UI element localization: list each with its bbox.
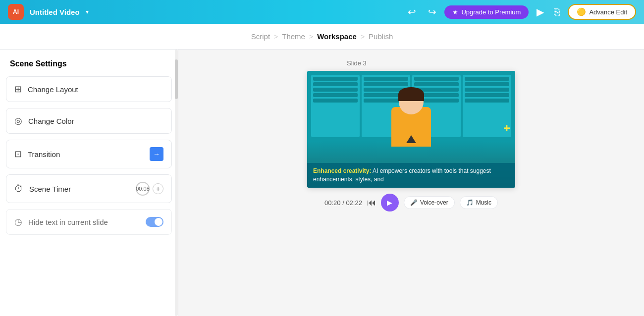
upgrade-star-icon: ★ [452, 8, 458, 16]
video-preview: + Enhanced creativity: AI empowers creat… [307, 71, 515, 188]
change-layout-button[interactable]: ⊞ Change Layout [6, 76, 172, 102]
change-color-button[interactable]: ◎ Change Color [6, 108, 172, 134]
nav-publish[interactable]: Publish [369, 32, 393, 41]
timer-control: 00:08 + [136, 182, 163, 196]
play-pause-button[interactable]: ▶ [381, 194, 399, 211]
project-title: Untitled Video [30, 8, 80, 16]
app-header: AI Untitled Video ▾ ↩ ↪ ★ Upgrade to Pre… [0, 0, 644, 24]
subtitle-bar: Enhanced creativity: AI empowers creator… [307, 163, 515, 188]
music-button[interactable]: 🎵 Music [460, 196, 498, 209]
sidebar-title: Scene Settings [6, 59, 172, 68]
timer-value: 00:08 [136, 182, 150, 196]
transition-action-icon: → [150, 147, 163, 161]
scene-timer-row: ⏱ Scene Timer 00:08 + [6, 174, 172, 203]
video-controls: 00:20 / 02:22 ⏮ ▶ 🎤 Voice-over 🎵 Music [324, 194, 498, 211]
preview-play-button[interactable]: ▶ [535, 4, 546, 20]
hide-text-toggle[interactable] [146, 217, 163, 227]
main-area: Scene Settings ⊞ Change Layout ◎ Change … [0, 50, 644, 316]
title-dropdown-icon[interactable]: ▾ [86, 8, 89, 15]
share-button[interactable]: ⎘ [552, 4, 562, 20]
redo-button[interactable]: ↪ [426, 4, 438, 20]
transition-icon: ⊡ [14, 149, 22, 159]
character-hair [398, 87, 424, 101]
nav-theme[interactable]: Theme [282, 32, 305, 41]
sidebar-scrollbar-thumb [175, 59, 178, 99]
scene-settings-panel: Scene Settings ⊞ Change Layout ◎ Change … [0, 50, 178, 316]
upgrade-button[interactable]: ★ Upgrade to Premium [444, 5, 529, 19]
advance-coin-icon: 🟡 [577, 7, 586, 16]
subtitle-highlight: Enhanced creativity: [313, 167, 371, 174]
hide-text-icon: ◷ [14, 216, 22, 227]
nav-script[interactable]: Script [251, 32, 270, 41]
music-icon: 🎵 [466, 199, 474, 206]
workflow-nav: Script > Theme > Workspace > Publish [0, 24, 644, 50]
plus-decoration-icon: + [503, 121, 510, 135]
timer-icon: ⏱ [14, 184, 23, 194]
hide-text-row: ◷ Hide text in current slide [6, 209, 172, 235]
voiceover-button[interactable]: 🎤 Voice-over [404, 196, 455, 209]
nav-workspace[interactable]: Workspace [317, 32, 357, 41]
layout-icon: ⊞ [14, 84, 22, 95]
time-display: 00:20 / 02:22 [324, 199, 362, 207]
transition-button[interactable]: ⊡ Transition → [6, 140, 172, 168]
undo-redo-controls: ↩ ↪ [406, 4, 438, 20]
skip-back-button[interactable]: ⏮ [367, 198, 376, 208]
slide-label: Slide 3 [347, 59, 367, 67]
color-icon: ◎ [14, 115, 22, 126]
app-logo: AI [8, 4, 24, 20]
content-area: Slide 3 [178, 50, 644, 316]
timer-increase-button[interactable]: + [153, 183, 163, 194]
mic-icon: 🎤 [410, 199, 418, 206]
triangle-decoration-icon [406, 135, 416, 143]
sidebar-scrollbar[interactable] [175, 50, 178, 316]
rack-1 [311, 75, 360, 137]
video-frame: + Enhanced creativity: AI empowers creat… [307, 71, 515, 188]
undo-button[interactable]: ↩ [406, 4, 418, 20]
advance-edit-button[interactable]: 🟡 Advance Edit [568, 4, 636, 20]
